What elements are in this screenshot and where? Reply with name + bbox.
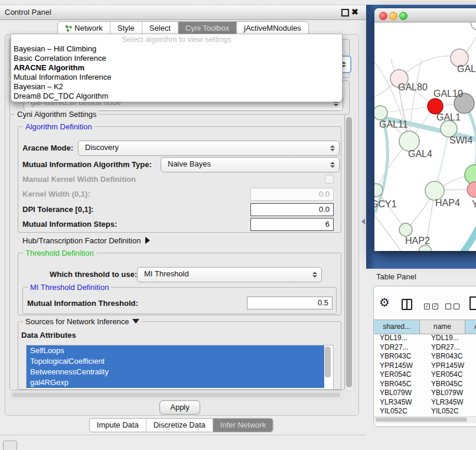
table-row[interactable]: YBL079WYBL079W bbox=[374, 389, 476, 398]
network-edge bbox=[409, 59, 422, 141]
float-window-icon[interactable] bbox=[341, 9, 349, 17]
cyni-settings-group-title: Cyni Algorithm Settings bbox=[15, 110, 99, 119]
column-header-a[interactable]: A bbox=[465, 320, 476, 334]
settings-hscrollbar-thumb[interactable] bbox=[12, 393, 341, 397]
splitter-collapse-icon[interactable] bbox=[361, 219, 365, 224]
minimize-window-icon[interactable] bbox=[389, 12, 397, 20]
dropdown-item-mutual-information-inference[interactable]: Mutual Information Inference bbox=[11, 73, 342, 82]
network-icon bbox=[65, 25, 72, 32]
network-node[interactable] bbox=[441, 120, 457, 137]
export-table-icon[interactable] bbox=[470, 296, 476, 310]
table-row[interactable]: YDR27...YDR27...12 bbox=[374, 343, 476, 353]
corner-button[interactable] bbox=[3, 441, 17, 450]
sources-group-title[interactable]: Sources for Network Inference bbox=[23, 317, 142, 326]
node-label-y: Y bbox=[472, 199, 476, 209]
network-node[interactable] bbox=[374, 106, 387, 120]
which-threshold-label: Which threshold to use: bbox=[50, 270, 137, 279]
table-cell: YDL19... bbox=[425, 334, 476, 343]
algorithm-definition-title: Algorithm Definition bbox=[23, 122, 94, 131]
data-attributes-label: Data Attributes bbox=[21, 331, 76, 340]
apply-button[interactable]: Apply bbox=[159, 400, 200, 415]
dropdown-item-bayesian-hill-climbing[interactable]: Bayesian – Hill Climbing bbox=[11, 44, 342, 54]
mi-algorithm-type-combobox[interactable]: Naive Bayes bbox=[161, 157, 340, 172]
settings-scrollbar-thumb[interactable] bbox=[346, 117, 352, 387]
which-threshold-combobox[interactable]: MI Threshold bbox=[137, 267, 322, 282]
table-row[interactable]: YER054CYER054C8. bbox=[374, 370, 476, 380]
tab-network[interactable]: Network bbox=[58, 22, 110, 35]
expand-right-icon[interactable] bbox=[145, 237, 150, 244]
tab-cyni-toolbox[interactable]: Cyni Toolbox bbox=[178, 22, 237, 35]
hub-section-row[interactable]: Hub/Transcription Factor Definition bbox=[22, 236, 150, 245]
mi-algorithm-type-label: Mutual Information Algorithm Type: bbox=[22, 160, 152, 169]
gear-icon[interactable]: ⚙ bbox=[379, 296, 390, 308]
dropdown-item-dream8-dc-tdc-algorithm[interactable]: Dream8 DC_TDC Algorithm bbox=[11, 92, 342, 101]
attributes-scrollbar-thumb[interactable] bbox=[325, 347, 331, 377]
dpi-tolerance-label: DPI Tolerance [0,1]: bbox=[22, 205, 93, 214]
dropdown-item-aracne-algorithm[interactable]: ARACNE Algorithm bbox=[11, 63, 342, 73]
network-canvas[interactable]: GALGAL80GAL10GAL1SWI4GAL11GAL4GCY1HAP4YH… bbox=[374, 22, 476, 251]
table-row[interactable]: YDL19...YDL19...13 bbox=[374, 334, 476, 343]
node-label-gal1: GAL1 bbox=[436, 112, 461, 122]
close-window-icon[interactable] bbox=[379, 12, 387, 20]
table-row[interactable]: YBR045CYBR045C9. bbox=[374, 380, 476, 389]
table-row[interactable]: YLR345WYLR345W9. bbox=[374, 398, 476, 407]
panel-bottom-divider bbox=[0, 435, 366, 435]
dropdown-item-bayesian-k2[interactable]: Bayesian – K2 bbox=[11, 82, 342, 92]
table-row[interactable]: YBR043CYBR043C bbox=[374, 352, 476, 361]
dropdown-item-basic-correlation-inference[interactable]: Basic Correlation Inference bbox=[11, 54, 342, 63]
tab-impute-data[interactable]: Impute Data bbox=[90, 419, 146, 432]
node-label-gal11: GAL11 bbox=[379, 119, 408, 129]
table-row[interactable]: YPR145WYPR145W9. bbox=[374, 361, 476, 371]
tab-select[interactable]: Select bbox=[142, 22, 178, 35]
table-hscrollbar-thumb[interactable] bbox=[376, 418, 467, 422]
tab-label: Discretize Data bbox=[154, 419, 206, 432]
table-cell: YBL079W bbox=[374, 389, 425, 398]
kernel-width-field[interactable]: 0.0 bbox=[250, 188, 334, 201]
app-root: { "control_panel": { "title": "Control P… bbox=[0, 0, 476, 450]
attribute-item-topologicalcoefficient[interactable]: TopologicalCoefficient bbox=[27, 356, 324, 367]
network-window-titlebar[interactable] bbox=[374, 8, 476, 22]
close-panel-icon[interactable]: ✖ bbox=[351, 7, 358, 17]
tab-style[interactable]: Style bbox=[110, 22, 142, 35]
aracne-mode-combobox[interactable]: Discovery bbox=[78, 141, 340, 156]
dpi-tolerance-field[interactable]: 0.0 bbox=[250, 203, 334, 216]
collapse-down-icon[interactable] bbox=[132, 319, 139, 324]
tab-discretize-data[interactable]: Discretize Data bbox=[146, 419, 213, 432]
network-node[interactable] bbox=[419, 245, 432, 251]
column-header-shared-[interactable]: shared... bbox=[374, 320, 420, 334]
network-node[interactable] bbox=[399, 223, 412, 236]
deselect-all-checks-icon[interactable] bbox=[445, 304, 459, 309]
table-cell: YBR045C bbox=[374, 380, 425, 389]
table-body: YDL19...YDL19...13YDR27...YDR27...12YBR0… bbox=[374, 334, 476, 416]
data-attributes-list[interactable]: SelfLoopsTopologicalCoefficientBetweenne… bbox=[26, 345, 334, 390]
table-cell: YIL052C bbox=[374, 407, 425, 416]
tab-label: Network bbox=[74, 22, 103, 35]
table-cell: YPR145W bbox=[425, 361, 476, 371]
network-view-window[interactable]: GALGAL80GAL10GAL1SWI4GAL11GAL4GCY1HAP4YH… bbox=[374, 8, 476, 251]
column-header-name[interactable]: name bbox=[420, 320, 465, 334]
tab-infer-network[interactable]: Infer Network bbox=[213, 419, 273, 432]
network-graph: GALGAL80GAL10GAL1SWI4GAL11GAL4GCY1HAP4YH… bbox=[374, 22, 476, 251]
table-row[interactable]: YIL052CYIL052C9 bbox=[374, 407, 476, 416]
tab-label: Cyni Toolbox bbox=[185, 22, 229, 35]
cyni-bottom-tabs: Impute DataDiscretize DataInfer Network bbox=[89, 418, 273, 432]
mi-threshold-field[interactable]: 0.5 bbox=[247, 296, 332, 309]
select-all-checks-icon[interactable]: ✓✓ bbox=[424, 304, 438, 309]
network-node[interactable] bbox=[471, 22, 476, 30]
columns-icon[interactable] bbox=[402, 299, 412, 310]
mi-steps-field[interactable]: 6 bbox=[250, 218, 334, 231]
attribute-item-selfloops[interactable]: SelfLoops bbox=[27, 345, 324, 356]
node-label-gal80: GAL80 bbox=[398, 82, 428, 92]
table-cell: YER054C bbox=[425, 370, 476, 380]
table-panel-title: Table Panel bbox=[376, 272, 416, 281]
zoom-window-icon[interactable] bbox=[399, 12, 407, 20]
attribute-item-betweennesscentrality[interactable]: BetweennessCentrality bbox=[27, 367, 324, 377]
network-node[interactable] bbox=[399, 131, 419, 151]
network-node[interactable] bbox=[467, 182, 476, 197]
table-cell: YBR045C bbox=[425, 380, 476, 389]
attribute-item-gal4rgexp[interactable]: gal4RGexp bbox=[27, 377, 324, 388]
node-label-gal: GAL bbox=[457, 64, 476, 74]
tab-jactivemnodules[interactable]: jActiveMNodules bbox=[237, 22, 308, 35]
table-panel: ⚙ ✓✓ shared...nameA YDL19...YDL19...13YD… bbox=[373, 286, 476, 427]
manual-kernel-checkbox[interactable] bbox=[325, 175, 334, 184]
